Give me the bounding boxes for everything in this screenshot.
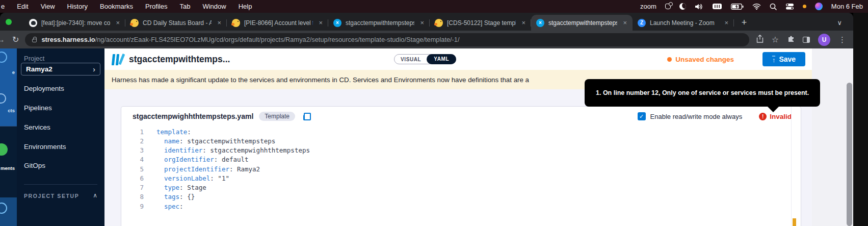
copy-icon[interactable] xyxy=(303,113,311,120)
readwrite-label[interactable]: Enable read/write mode always xyxy=(650,113,743,120)
siri-icon[interactable] xyxy=(815,3,823,11)
window-control-green[interactable] xyxy=(6,19,12,25)
zoom-menu-item[interactable]: zoom xyxy=(640,3,656,10)
browser-menu-dots-icon[interactable]: ⋮ xyxy=(838,35,846,44)
deployments-module-icon[interactable] xyxy=(0,143,8,156)
browser-window: [feat]:[pie-7340]: move co × CD Daily St… xyxy=(0,13,853,226)
visual-yaml-toggle[interactable]: VISUAL YAML xyxy=(394,54,456,64)
new-tab-button[interactable]: + xyxy=(737,15,751,30)
projects-module-label: cts xyxy=(8,108,15,113)
reload-icon[interactable]: ↻ xyxy=(12,35,19,44)
cleanshot-crescent-icon[interactable] xyxy=(679,3,686,11)
page-title: stgacctempwithtemps... xyxy=(129,54,230,65)
banner-text: Harness has made a significant update to… xyxy=(112,76,529,84)
toggle-visual[interactable]: VISUAL xyxy=(394,57,427,62)
yaml-line: 4orgIdentifier: default xyxy=(121,155,801,164)
page-scrollbar-thumb[interactable] xyxy=(847,83,852,226)
notification-dot xyxy=(803,3,806,11)
menubar-clock[interactable]: Mon 6 Feb xyxy=(831,3,863,10)
profile-avatar[interactable]: U xyxy=(818,34,830,46)
screen: e Edit View History Bookmarks Profiles T… xyxy=(0,0,868,226)
invalid-status[interactable]: ! Invalid xyxy=(759,113,792,120)
tab-close-icon[interactable]: × xyxy=(621,19,628,27)
forward-arrow-icon[interactable]: → xyxy=(0,35,5,44)
browser-tab-zoom[interactable]: Z Launch Meeting - Zoom × xyxy=(633,15,734,31)
chevron-right-icon: › xyxy=(93,65,95,73)
tab-close-icon[interactable]: × xyxy=(114,19,121,27)
tab-title: Launch Meeting - Zoom xyxy=(650,19,719,27)
browser-tab-active-harness[interactable]: × stgacctempwithtempsteps × xyxy=(531,15,633,31)
github-icon xyxy=(29,19,37,27)
invalid-label: Invalid xyxy=(770,113,792,120)
desktop-background-strip xyxy=(853,13,868,226)
wifi-icon[interactable] xyxy=(752,3,761,11)
browser-tab-harness-1[interactable]: × stgacctempwithtempsteps × xyxy=(328,15,430,31)
tab-title: CD Daily Status Board - Ag xyxy=(143,19,212,27)
project-label: Project xyxy=(24,55,44,62)
spotlight-icon[interactable] xyxy=(770,3,777,11)
project-name: Ramya2 xyxy=(26,65,52,73)
tab-close-icon[interactable]: × xyxy=(723,19,730,27)
yaml-line: 3identifier: stgacctempwighhthtempsteps xyxy=(121,146,801,155)
editor-overview-ruler xyxy=(791,107,792,226)
chevron-up-icon[interactable]: ∧ xyxy=(93,192,97,199)
share-icon[interactable] xyxy=(756,35,764,45)
menu-app-partial[interactable]: e xyxy=(1,3,5,10)
sidebar-item-deployments[interactable]: Deployments xyxy=(24,85,64,92)
menu-profiles[interactable]: Profiles xyxy=(145,3,167,10)
side-panel-icon[interactable] xyxy=(803,37,810,43)
template-badge: Template xyxy=(259,112,295,121)
menu-tab[interactable]: Tab xyxy=(179,3,190,10)
menu-edit[interactable]: Edit xyxy=(17,3,28,10)
toggle-yaml[interactable]: YAML xyxy=(427,54,456,64)
sidebar-item-pipelines[interactable]: Pipelines xyxy=(24,104,52,112)
browser-tab-github-pr[interactable]: [feat]:[pie-7340]: move co × xyxy=(24,15,125,31)
yaml-filename: stgacctempwighhthtempsteps.yaml xyxy=(133,112,253,120)
module-strip-divider xyxy=(0,126,17,127)
save-button[interactable]: ↑Save xyxy=(762,52,805,66)
upload-arrow-icon: ↑ xyxy=(772,56,776,63)
harness-template-logo-icon xyxy=(112,53,123,65)
template-studio-header: stgacctempwithtemps... VISUAL YAML Unsav… xyxy=(104,48,812,70)
menu-bookmarks[interactable]: Bookmarks xyxy=(100,3,133,10)
tab-close-icon[interactable]: × xyxy=(418,19,426,27)
tab-close-icon[interactable]: × xyxy=(216,19,223,27)
tab-title: [PIE-8066] Account level t xyxy=(244,19,313,27)
tab-close-icon[interactable]: × xyxy=(520,19,527,27)
menubar-menus: e Edit View History Bookmarks Profiles T… xyxy=(1,3,252,10)
browser-tabstrip: [feat]:[pie-7340]: move co × CD Daily St… xyxy=(0,13,853,31)
sidebar-section-project-setup[interactable]: PROJECT SETUP xyxy=(24,193,79,199)
address-bar[interactable]: stress.harness.io/ng/account/zEaak-FLS42… xyxy=(25,33,749,46)
browser-tab-status-board[interactable]: CD Daily Status Board - Ag × xyxy=(125,15,227,31)
duck-icon xyxy=(435,19,443,27)
home-module-label: e xyxy=(12,69,15,75)
menu-view[interactable]: View xyxy=(41,3,55,10)
yaml-line: 8tags: {} xyxy=(121,192,801,202)
volume-icon[interactable] xyxy=(695,3,703,11)
sidebar-item-services[interactable]: Services xyxy=(24,123,50,131)
tab-search-chevron-icon[interactable]: ∨ xyxy=(837,19,842,27)
project-sidebar: Project Ramya2 › Deployments Pipelines S… xyxy=(17,48,104,226)
lock-icon[interactable] xyxy=(32,39,37,42)
brew-update-icon[interactable] xyxy=(665,3,671,11)
tooltip-text: 1. On line number 12, Only one of servic… xyxy=(596,89,809,96)
menu-window[interactable]: Window xyxy=(202,3,226,10)
extensions-puzzle-icon[interactable] xyxy=(787,35,795,44)
sidebar-item-gitops[interactable]: GitOps xyxy=(24,162,45,169)
keyboard-icon[interactable] xyxy=(712,3,722,11)
harness-app: e cts ments Project Ramya2 › Deployments… xyxy=(0,48,853,226)
browser-toolbar: → ↻ stress.harness.io/ng/account/zEaak-F… xyxy=(0,31,853,48)
menu-history[interactable]: History xyxy=(67,3,88,10)
browser-tab-pie-8066[interactable]: [PIE-8066] Account level t × xyxy=(227,15,328,31)
battery-charging-icon[interactable] xyxy=(731,3,744,11)
bookmark-star-icon[interactable]: ☆ xyxy=(772,35,779,44)
yaml-editor[interactable]: 1template: 2name: stgacctempwithtempstep… xyxy=(121,126,801,226)
project-selector[interactable]: Ramya2 › xyxy=(21,63,100,76)
control-center-icon[interactable] xyxy=(785,3,794,11)
toolbar-right-icons: ☆ U ⋮ xyxy=(756,34,846,46)
sidebar-item-environments[interactable]: Environments xyxy=(24,143,66,150)
tab-close-icon[interactable]: × xyxy=(317,19,324,27)
browser-tab-cds-50122[interactable]: [CDS-50122] Stage templa × xyxy=(430,15,531,31)
readwrite-checkbox[interactable]: ✓ xyxy=(638,112,646,120)
menu-help[interactable]: Help xyxy=(239,3,252,10)
